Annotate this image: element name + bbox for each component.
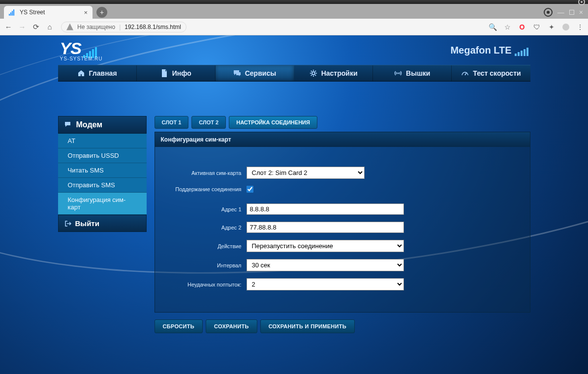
- search-in-page-icon[interactable]: 🔍: [489, 23, 496, 31]
- favicon-signal-icon: [9, 9, 16, 16]
- window-close-icon[interactable]: ×: [579, 8, 583, 16]
- home-icon[interactable]: ⌂: [45, 23, 54, 31]
- insecure-warning-icon: [66, 24, 73, 30]
- antenna-icon: [394, 69, 402, 77]
- input-address2[interactable]: [247, 222, 404, 233]
- label-keep-connection: Поддержание соединения: [168, 186, 242, 192]
- shield-icon[interactable]: 🛡: [533, 23, 541, 31]
- sidebar-item-label: Отправить USSD: [68, 152, 119, 159]
- nav-settings[interactable]: Настройки: [294, 65, 373, 81]
- select-interval[interactable]: 30 сек: [247, 259, 404, 271]
- sub-tabs: СЛОТ 1 СЛОТ 2 НАСТРОЙКА СОЕДИНЕНИЯ: [155, 116, 530, 129]
- reload-icon[interactable]: ⟳: [31, 23, 40, 31]
- nav-label: Настройки: [321, 69, 358, 77]
- nav-label: Вышки: [406, 69, 430, 77]
- exit-icon: [64, 220, 71, 227]
- tab-close-icon[interactable]: ×: [84, 9, 88, 16]
- new-tab-button[interactable]: +: [96, 7, 107, 18]
- security-label: Не защищено: [77, 24, 115, 30]
- menu-icon[interactable]: ⋮: [576, 23, 584, 31]
- sidebar-item-sim-config[interactable]: Конфигурация сим-карт: [58, 193, 147, 215]
- browser-chrome: YS Street × + — × ← → ⟳ ⌂ Не защищено | …: [0, 4, 588, 35]
- window-maximize-icon[interactable]: [569, 10, 574, 15]
- window-target-icon[interactable]: [544, 8, 553, 17]
- svg-point-0: [312, 72, 315, 75]
- nav-label: Сервисы: [245, 69, 276, 77]
- select-action[interactable]: Перезапустить соединение: [247, 240, 404, 252]
- sidebar-item-label: Читать SMS: [68, 167, 104, 174]
- checkbox-keep-connection[interactable]: [247, 186, 253, 193]
- nav-label: Тест скорости: [473, 69, 521, 77]
- url-field[interactable]: Не защищено | 192.168.8.1/sms.html: [61, 22, 186, 32]
- home-icon: [77, 69, 85, 77]
- sidebar-item-label: АТ: [68, 137, 76, 144]
- signal-icon: [515, 48, 528, 56]
- top-nav: Главная Инфо Сервисы Настройки: [58, 65, 530, 82]
- save-button[interactable]: СОХРАНИТЬ: [206, 319, 257, 333]
- button-label: СБРОСИТЬ: [163, 323, 194, 329]
- main-column: СЛОТ 1 СЛОТ 2 НАСТРОЙКА СОЕДИНЕНИЯ Конфи…: [155, 116, 530, 333]
- subtab-label: НАСТРОЙКА СОЕДИНЕНИЯ: [236, 119, 310, 125]
- select-active-sim[interactable]: Слот 2: Sim Card 2: [247, 167, 365, 179]
- gauge-icon: [461, 69, 469, 77]
- sidebar-item-at[interactable]: АТ: [58, 134, 147, 148]
- action-buttons: СБРОСИТЬ СОХРАНИТЬ СОХРАНИТЬ И ПРИМЕНИТЬ: [155, 319, 530, 333]
- address-bar: ← → ⟳ ⌂ Не защищено | 192.168.8.1/sms.ht…: [0, 19, 588, 35]
- label-action: Действие: [168, 243, 242, 249]
- subtab-slot2[interactable]: СЛОТ 2: [191, 116, 226, 129]
- nav-label: Главная: [89, 69, 117, 77]
- logo: YS YS-SYSTEM.RU: [60, 39, 103, 61]
- document-icon: [160, 69, 168, 77]
- forward-icon[interactable]: →: [18, 23, 27, 31]
- sidebar: Модем АТ Отправить USSD Читать SMS Отпра…: [58, 116, 147, 232]
- extensions-icon[interactable]: ✦: [548, 23, 556, 31]
- sidebar-item-send-sms[interactable]: Отправить SMS: [58, 178, 147, 193]
- nav-towers[interactable]: Вышки: [373, 65, 452, 81]
- sidebar-header-label: Модем: [76, 120, 103, 129]
- tab-strip: YS Street × + — ×: [0, 4, 588, 19]
- chat-icon: [64, 121, 72, 128]
- subtab-label: СЛОТ 1: [162, 119, 182, 125]
- button-label: СОХРАНИТЬ: [214, 323, 249, 329]
- nav-services[interactable]: Сервисы: [216, 65, 294, 81]
- svg-point-1: [398, 73, 399, 74]
- carrier-label: Megafon LTE: [450, 45, 511, 56]
- nav-label: Инфо: [172, 69, 191, 77]
- profile-icon[interactable]: [562, 24, 569, 30]
- back-icon[interactable]: ←: [4, 23, 13, 31]
- page-viewport: YS YS-SYSTEM.RU Megafon LTE Главная: [0, 35, 588, 374]
- sidebar-item-label: Отправить SMS: [68, 181, 115, 189]
- subtab-slot1[interactable]: СЛОТ 1: [155, 116, 189, 129]
- panel-title: Конфигурация сим-карт: [155, 132, 530, 147]
- label-fail-attempts: Неудачных поптыток:: [168, 282, 242, 288]
- label-address1: Адрес 1: [168, 206, 242, 212]
- label-active-sim: Активная сим-карта: [168, 170, 242, 176]
- label-interval: Интервал: [168, 262, 242, 268]
- label-address2: Адрес 2: [168, 225, 242, 230]
- logo-text: YS: [60, 39, 81, 58]
- reset-button[interactable]: СБРОСИТЬ: [155, 319, 203, 333]
- sidebar-item-label: Конфигурация сим-карт: [68, 196, 126, 211]
- sidebar-item-read-sms[interactable]: Читать SMS: [58, 163, 147, 178]
- opera-o-icon[interactable]: O: [518, 23, 526, 31]
- input-address1[interactable]: [247, 203, 404, 215]
- tab-title: YS Street: [20, 9, 45, 16]
- carrier-status: Megafon LTE: [450, 45, 528, 56]
- save-apply-button[interactable]: СОХРАНИТЬ И ПРИМЕНИТЬ: [260, 319, 355, 333]
- button-label: СОХРАНИТЬ И ПРИМЕНИТЬ: [269, 323, 346, 329]
- browser-tab[interactable]: YS Street ×: [4, 6, 93, 19]
- nav-info[interactable]: Инфо: [137, 65, 216, 81]
- window-minimize-icon[interactable]: —: [557, 8, 564, 16]
- os-titlebar: [0, 0, 588, 4]
- sidebar-header-modem[interactable]: Модем: [58, 116, 147, 134]
- url-text: 192.168.8.1/sms.html: [124, 24, 181, 30]
- sidebar-exit[interactable]: Выйти: [58, 215, 147, 232]
- subtab-connection-settings[interactable]: НАСТРОЙКА СОЕДИНЕНИЯ: [229, 116, 317, 129]
- sidebar-item-ussd[interactable]: Отправить USSD: [58, 148, 147, 163]
- gear-icon: [309, 69, 317, 77]
- nav-home[interactable]: Главная: [58, 65, 137, 81]
- bookmark-icon[interactable]: ☆: [503, 23, 511, 31]
- nav-speedtest[interactable]: Тест скорости: [452, 65, 530, 81]
- chat-icon: [233, 69, 241, 77]
- select-fail-attempts[interactable]: 2: [247, 278, 404, 290]
